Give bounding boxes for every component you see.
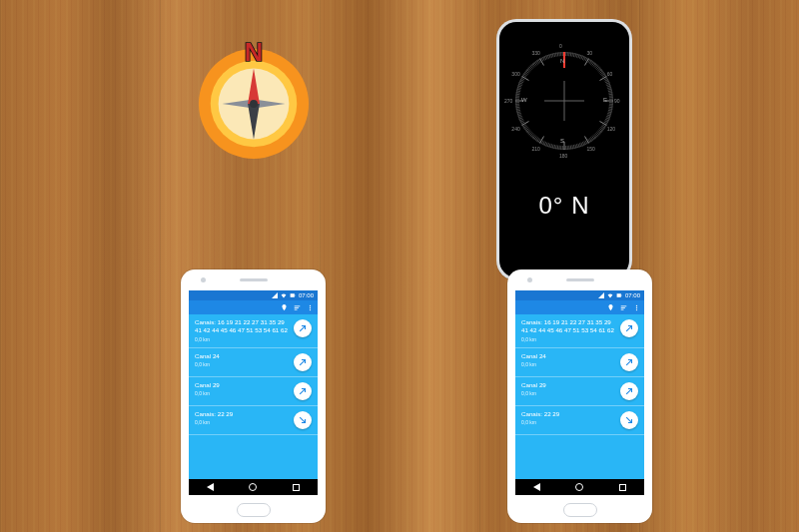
svg-rect-204	[621, 305, 627, 306]
svg-line-63	[606, 116, 610, 117]
svg-line-199	[300, 388, 305, 393]
svg-line-86	[582, 142, 584, 146]
list-item[interactable]: Canais: 16 19 21 22 27 31 35 29 41 42 44…	[515, 314, 644, 348]
svg-line-91	[575, 145, 576, 149]
svg-line-110	[544, 142, 546, 146]
svg-point-196	[310, 308, 311, 309]
nav-recent-icon[interactable]	[293, 484, 300, 491]
pin-icon[interactable]	[281, 304, 288, 311]
svg-line-87	[581, 143, 582, 147]
nav-recent-icon[interactable]	[619, 484, 626, 491]
svg-line-46	[608, 89, 612, 90]
row-distance: 0,0 km	[521, 419, 614, 425]
signal-icon	[272, 292, 278, 298]
svg-line-14	[573, 53, 574, 57]
wifi-icon	[607, 292, 613, 298]
hardware-home-button[interactable]	[237, 503, 271, 517]
android-statusbar: 07:00	[189, 290, 318, 300]
nav-back-icon[interactable]	[207, 483, 214, 491]
sort-icon[interactable]	[294, 304, 301, 311]
svg-line-41	[605, 81, 609, 83]
svg-line-213	[626, 417, 631, 422]
svg-line-175	[543, 57, 545, 61]
svg-rect-191	[295, 305, 301, 306]
iphone-screen: N E S W 0306090120150180210240270300330 …	[499, 22, 629, 277]
degree-label: 300	[511, 71, 519, 77]
svg-marker-201	[598, 292, 604, 298]
list-item[interactable]: Canal 240,0 km	[189, 348, 318, 377]
svg-line-109	[546, 143, 547, 147]
android-navbar	[189, 479, 318, 495]
svg-point-194	[310, 304, 311, 305]
svg-line-60	[608, 112, 612, 113]
direction-button[interactable]	[294, 382, 312, 400]
nav-home-icon[interactable]	[575, 483, 583, 491]
list-item[interactable]: Canal 290,0 km	[189, 377, 318, 406]
row-title: Canal 24	[195, 352, 288, 360]
arrow-icon	[623, 385, 635, 397]
iphone-device: N E S W 0306090120150180210240270300330 …	[496, 19, 632, 280]
degree-label: 30	[587, 50, 593, 56]
svg-line-48	[608, 92, 612, 93]
direction-button[interactable]	[620, 411, 638, 429]
row-title: Canais: 16 19 21 22 27 31 35 29 41 42 44…	[521, 318, 614, 334]
list-item[interactable]: Canal 240,0 km	[515, 348, 644, 377]
svg-line-151	[517, 87, 521, 88]
hardware-home-button[interactable]	[563, 503, 597, 517]
list-item[interactable]: Canais: 22 290,0 km	[515, 406, 644, 435]
svg-line-139	[515, 107, 519, 108]
svg-line-12	[570, 52, 571, 56]
direction-button[interactable]	[294, 319, 312, 337]
svg-line-212	[626, 388, 631, 393]
wood-background	[0, 0, 799, 532]
earpiece	[566, 278, 594, 281]
svg-rect-193	[295, 308, 298, 309]
row-distance: 0,0 km	[195, 419, 288, 425]
list-item[interactable]: Canais: 22 290,0 km	[189, 406, 318, 435]
svg-point-209	[636, 308, 637, 309]
svg-line-179	[549, 54, 550, 58]
channel-list[interactable]: Canais: 16 19 21 22 27 31 35 29 41 42 44…	[515, 314, 644, 479]
direction-button[interactable]	[620, 353, 638, 371]
sort-icon[interactable]	[620, 304, 627, 311]
svg-line-66	[604, 121, 608, 123]
direction-button[interactable]	[294, 353, 312, 371]
svg-rect-205	[621, 307, 625, 308]
svg-line-103	[555, 145, 556, 149]
svg-line-49	[609, 94, 613, 95]
direction-button[interactable]	[294, 411, 312, 429]
degree-label: 60	[607, 71, 613, 77]
channel-list[interactable]: Canais: 16 19 21 22 27 31 35 29 41 42 44…	[189, 314, 318, 479]
svg-line-200	[300, 417, 305, 422]
svg-line-176	[544, 56, 546, 60]
list-item[interactable]: Canais: 16 19 21 22 27 31 35 29 41 42 44…	[189, 314, 318, 348]
app-toolbar	[515, 300, 644, 314]
dial-crosshair	[544, 81, 584, 121]
svg-line-134	[517, 115, 521, 116]
svg-rect-192	[295, 307, 299, 308]
nav-home-icon[interactable]	[249, 483, 257, 491]
svg-line-93	[572, 145, 573, 149]
direction-button[interactable]	[620, 319, 638, 337]
svg-marker-188	[272, 292, 278, 298]
svg-line-184	[557, 52, 558, 56]
svg-line-147	[515, 94, 519, 95]
direction-button[interactable]	[620, 382, 638, 400]
svg-line-92	[573, 145, 574, 149]
svg-line-137	[516, 110, 520, 111]
svg-point-195	[310, 306, 311, 307]
list-item[interactable]: Canal 290,0 km	[515, 377, 644, 406]
pin-icon[interactable]	[607, 304, 614, 311]
arrow-icon	[297, 414, 309, 426]
svg-line-47	[608, 91, 612, 92]
row-title: Canal 24	[521, 352, 614, 360]
nav-back-icon[interactable]	[533, 483, 540, 491]
svg-rect-206	[621, 308, 624, 309]
android-navbar	[515, 479, 644, 495]
svg-line-58	[608, 109, 612, 110]
svg-line-13	[572, 53, 573, 57]
svg-line-15	[575, 53, 576, 57]
degree-label: 120	[607, 126, 615, 132]
more-icon[interactable]	[633, 304, 640, 311]
more-icon[interactable]	[307, 304, 314, 311]
